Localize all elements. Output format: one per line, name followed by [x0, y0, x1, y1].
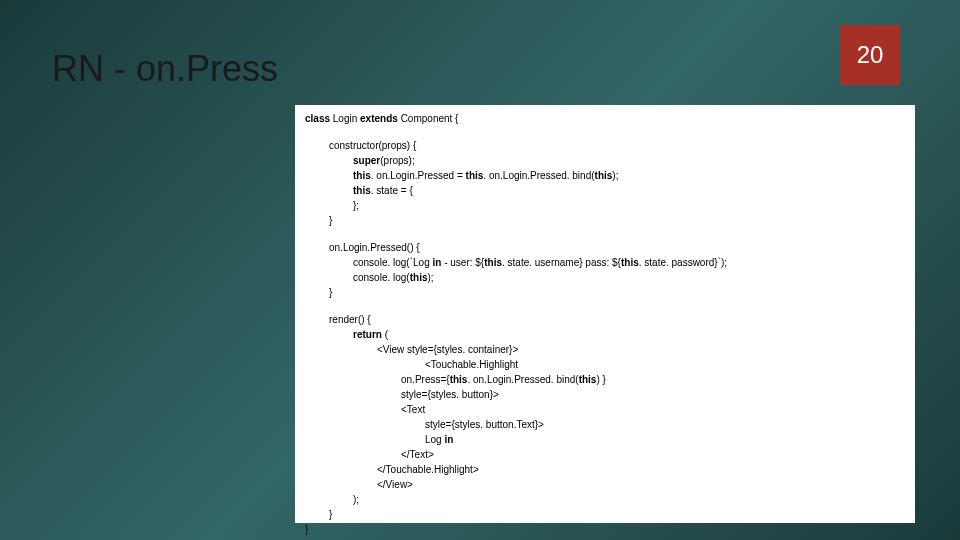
code-line: } — [305, 285, 905, 300]
code-line: console. log(this); — [305, 270, 905, 285]
code-line: } — [305, 213, 905, 228]
code-line: style={styles. button.Text}> — [305, 417, 905, 432]
page-number-badge: 20 — [840, 25, 900, 85]
code-line: <Touchable.Highlight — [305, 357, 905, 372]
code-line: </View> — [305, 477, 905, 492]
code-line: super(props); — [305, 153, 905, 168]
code-line: this. state = { — [305, 183, 905, 198]
code-line: }; — [305, 198, 905, 213]
code-line: } — [305, 507, 905, 522]
code-line: <View style={styles. container}> — [305, 342, 905, 357]
code-block: class Login extends Component { construc… — [295, 105, 915, 523]
code-line: return ( — [305, 327, 905, 342]
code-line: console. log(`Log in - user: ${this. sta… — [305, 255, 905, 270]
code-line: Log in — [305, 432, 905, 447]
code-line: this. on.Login.Pressed = this. on.Login.… — [305, 168, 905, 183]
code-line: } — [305, 522, 905, 537]
code-line: ); — [305, 492, 905, 507]
page-number: 20 — [857, 41, 884, 69]
code-line: style={styles. button}> — [305, 387, 905, 402]
code-line: on.Login.Pressed() { — [305, 240, 905, 255]
code-line: </Text> — [305, 447, 905, 462]
code-line: class Login extends Component { — [305, 111, 905, 126]
code-line: constructor(props) { — [305, 138, 905, 153]
code-line: render() { — [305, 312, 905, 327]
code-line: </Touchable.Highlight> — [305, 462, 905, 477]
slide-title: RN - on.Press — [52, 48, 278, 90]
code-line: <Text — [305, 402, 905, 417]
code-line: on.Press={this. on.Login.Pressed. bind(t… — [305, 372, 905, 387]
